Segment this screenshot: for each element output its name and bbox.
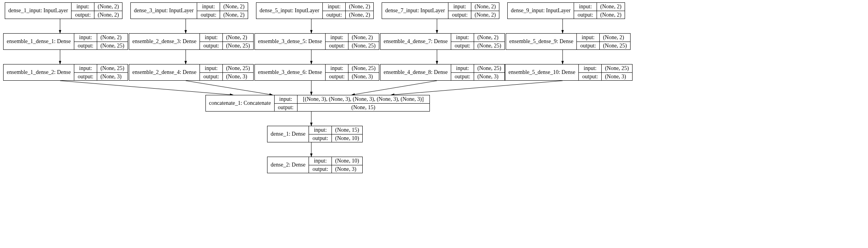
node-ensemble-2-dense-3: ensemble_2_dense_3: Dense input:(None, 2…	[129, 33, 254, 50]
input-label: input:	[72, 3, 94, 11]
svg-line-10	[60, 81, 233, 95]
layer-name: dense_1: Dense	[267, 126, 309, 142]
layer-name: dense_9_input: InputLayer	[508, 3, 574, 19]
svg-line-11	[186, 81, 273, 95]
node-ensemble-5-dense-10: ensemble_5_dense_10: Dense input:(None, …	[505, 64, 633, 81]
node-ensemble-2-dense-4: ensemble_2_dense_4: Dense input:(None, 2…	[129, 64, 254, 81]
node-ensemble-4-dense-7: ensemble_4_dense_7: Dense input:(None, 2…	[380, 33, 505, 50]
svg-line-14	[391, 81, 563, 95]
node-concatenate-1: concatenate_1: Concatenate input:[(None,…	[205, 95, 430, 112]
output-label: output:	[72, 11, 94, 19]
node-ensemble-3-dense-6: ensemble_3_dense_6: Dense input:(None, 2…	[254, 64, 379, 81]
layer-name: ensemble_2_dense_3: Dense	[129, 34, 200, 49]
layer-name: dense_5_input: InputLayer	[256, 3, 323, 19]
layer-name: dense_2: Dense	[267, 157, 309, 173]
layer-name: ensemble_2_dense_4: Dense	[129, 64, 200, 80]
layer-name: ensemble_5_dense_10: Dense	[505, 64, 579, 80]
layer-name: ensemble_4_dense_8: Dense	[380, 64, 451, 80]
node-ensemble-1-dense-2: ensemble_1_dense_2: Dense input:(None, 2…	[3, 64, 128, 81]
node-ensemble-3-dense-5: ensemble_3_dense_5: Dense input:(None, 2…	[254, 33, 379, 50]
layer-name: ensemble_3_dense_5: Dense	[255, 34, 326, 49]
node-dense-2: dense_2: Dense input:(None, 10) output:(…	[267, 157, 363, 173]
input-shape: (None, 2)	[94, 3, 122, 11]
layer-name: concatenate_1: Concatenate	[206, 95, 275, 111]
layer-name: ensemble_1_dense_1: Dense	[4, 34, 74, 49]
layer-name: dense_1_input: InputLayer	[5, 3, 72, 19]
node-ensemble-4-dense-8: ensemble_4_dense_8: Dense input:(None, 2…	[380, 64, 505, 81]
node-dense-7-input: dense_7_input: InputLayer input:(None, 2…	[382, 2, 499, 19]
layer-name: ensemble_4_dense_7: Dense	[380, 34, 451, 49]
node-dense-9-input: dense_9_input: InputLayer input:(None, 2…	[507, 2, 625, 19]
svg-line-13	[352, 81, 437, 95]
node-dense-3-input: dense_3_input: InputLayer input:(None, 2…	[130, 2, 248, 19]
node-dense-5-input: dense_5_input: InputLayer input:(None, 2…	[256, 2, 374, 19]
layer-name: dense_7_input: InputLayer	[382, 3, 448, 19]
layer-name: ensemble_1_dense_2: Dense	[4, 64, 74, 80]
layer-name: dense_3_input: InputLayer	[131, 3, 197, 19]
node-dense-1-input: dense_1_input: InputLayer input:(None, 2…	[5, 2, 122, 19]
node-ensemble-1-dense-1: ensemble_1_dense_1: Dense input:(None, 2…	[3, 33, 128, 50]
node-dense-1: dense_1: Dense input:(None, 15) output:(…	[267, 126, 363, 142]
output-shape: (None, 2)	[94, 11, 122, 19]
node-ensemble-5-dense-9: ensemble_5_dense_9: Dense input:(None, 2…	[506, 33, 631, 50]
layer-name: ensemble_3_dense_6: Dense	[255, 64, 326, 80]
layer-name: ensemble_5_dense_9: Dense	[506, 34, 577, 49]
